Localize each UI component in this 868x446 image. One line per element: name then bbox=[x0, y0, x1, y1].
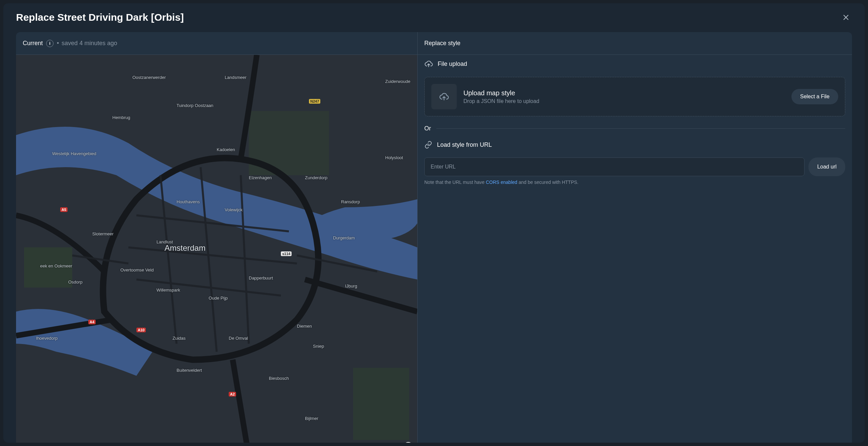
replace-style-panel: Replace style File upload bbox=[417, 32, 852, 443]
select-file-button[interactable]: Select a File bbox=[792, 89, 838, 104]
modal-title: Replace Street Driving Dark [Orbis] bbox=[16, 12, 184, 23]
or-label: Or bbox=[424, 125, 431, 132]
note-prefix: Note that the URL must have bbox=[424, 180, 486, 185]
url-note: Note that the URL must have CORS enabled… bbox=[424, 180, 845, 185]
map-preview[interactable]: Amsterdam LandsmeerZuiderwoudeKadoelenHo… bbox=[16, 55, 417, 443]
link-icon bbox=[424, 141, 432, 149]
load-url-button[interactable]: Load url bbox=[808, 157, 845, 176]
modal-body: Current i • saved 4 minutes ago bbox=[3, 26, 865, 443]
cloud-upload-icon bbox=[439, 92, 449, 102]
replace-style-modal: Replace Street Driving Dark [Orbis] Curr… bbox=[3, 3, 865, 443]
cloud-upload-icon bbox=[424, 60, 433, 68]
saved-timestamp: saved 4 minutes ago bbox=[62, 40, 117, 47]
close-icon bbox=[842, 14, 849, 21]
current-label: Current bbox=[23, 40, 43, 47]
svg-rect-3 bbox=[24, 247, 72, 288]
load-url-label: Load style from URL bbox=[437, 141, 492, 149]
current-panel-header: Current i • saved 4 minutes ago bbox=[16, 32, 417, 55]
cors-enabled-link[interactable]: CORS enabled bbox=[486, 180, 517, 185]
replace-heading: Replace style bbox=[424, 40, 460, 47]
load-url-heading: Load style from URL bbox=[424, 141, 845, 149]
or-divider: Or bbox=[424, 125, 845, 132]
close-button[interactable] bbox=[840, 11, 852, 23]
bullet-separator: • bbox=[57, 40, 59, 47]
replace-panel-header: Replace style bbox=[417, 32, 852, 55]
divider-line bbox=[436, 128, 845, 129]
current-style-panel: Current i • saved 4 minutes ago bbox=[16, 32, 417, 443]
modal-header: Replace Street Driving Dark [Orbis] bbox=[3, 3, 865, 26]
info-icon[interactable]: i bbox=[46, 40, 54, 47]
file-upload-label: File upload bbox=[438, 61, 467, 67]
upload-subtitle: Drop a JSON file here to upload bbox=[463, 98, 785, 104]
upload-title: Upload map style bbox=[463, 89, 785, 97]
style-url-input[interactable] bbox=[424, 157, 804, 176]
file-upload-heading: File upload bbox=[424, 60, 845, 68]
file-dropzone[interactable]: Upload map style Drop a JSON file here t… bbox=[424, 77, 845, 116]
map-canvas bbox=[16, 55, 417, 443]
note-suffix: and be secured with HTTPS. bbox=[517, 180, 579, 185]
dropzone-thumbnail bbox=[431, 84, 457, 109]
svg-rect-4 bbox=[353, 368, 409, 440]
